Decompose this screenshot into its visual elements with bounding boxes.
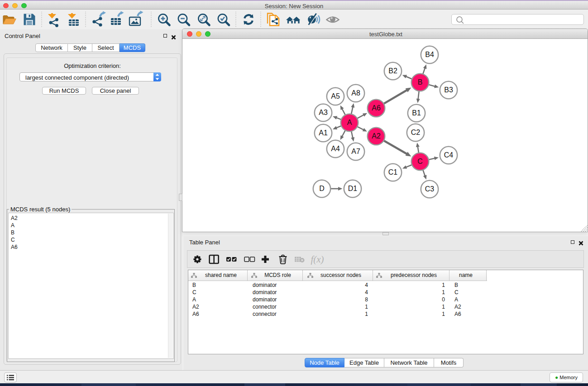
svg-text:A: A — [347, 119, 352, 126]
svg-text:C: C — [417, 157, 423, 165]
svg-text:f(x): f(x) — [311, 254, 324, 265]
svg-text:A8: A8 — [351, 89, 360, 97]
svg-text:C2: C2 — [411, 129, 420, 136]
svg-text:B3: B3 — [444, 86, 453, 94]
svg-text:D1: D1 — [348, 185, 357, 192]
svg-text:C1: C1 — [388, 168, 397, 176]
svg-text:A3: A3 — [319, 109, 328, 116]
svg-text:A2: A2 — [372, 132, 381, 140]
svg-text:A7: A7 — [351, 148, 360, 155]
svg-text:B2: B2 — [388, 67, 397, 75]
svg-text:C3: C3 — [425, 185, 434, 193]
svg-text:B4: B4 — [425, 51, 434, 58]
svg-text:D: D — [319, 185, 325, 192]
svg-text:A5: A5 — [331, 92, 340, 100]
svg-text:B1: B1 — [412, 109, 421, 117]
svg-text:A4: A4 — [331, 145, 340, 152]
svg-text:A1: A1 — [319, 129, 328, 137]
svg-text:C4: C4 — [444, 151, 453, 159]
svg-text:B: B — [417, 78, 422, 86]
svg-text:A6: A6 — [372, 104, 381, 112]
